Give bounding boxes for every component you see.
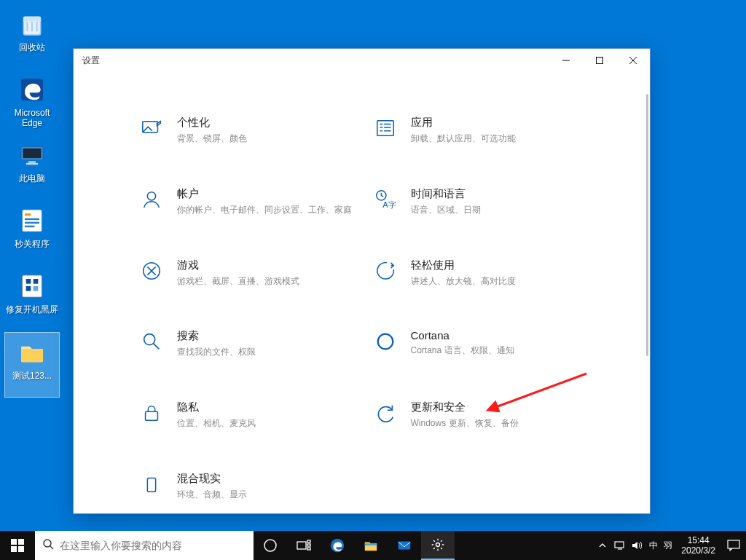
- settings-content[interactable]: 个性化背景、锁屏、颜色 应用卸载、默认应用、可选功能 帐户你的帐户、电子邮件、同…: [74, 72, 650, 513]
- category-sub: 你的帐户、电子邮件、同步设置、工作、家庭: [177, 204, 352, 216]
- category-title: 混合现实: [177, 472, 247, 486]
- settings-grid: 个性化背景、锁屏、颜色 应用卸载、默认应用、可选功能 帐户你的帐户、电子邮件、同…: [74, 72, 650, 513]
- time-language-icon: A字: [373, 187, 398, 212]
- category-cortana[interactable]: CortanaCortana 语言、权限、通知: [373, 329, 606, 358]
- category-title: 个性化: [177, 116, 247, 130]
- taskbar-explorer[interactable]: [354, 531, 388, 560]
- tray-chevron-up[interactable]: [594, 531, 611, 560]
- svg-rect-37: [307, 544, 310, 546]
- category-gaming[interactable]: 游戏游戏栏、截屏、直播、游戏模式: [139, 259, 372, 288]
- desktop-icon-shutdown-app[interactable]: 秒关程序: [4, 201, 60, 267]
- task-view-button[interactable]: [287, 531, 321, 560]
- ime-indicator-2[interactable]: 羽: [661, 531, 675, 560]
- svg-text:A字: A字: [382, 200, 396, 209]
- cortana-category-icon: [373, 329, 398, 354]
- apps-icon: [373, 116, 398, 141]
- svg-rect-32: [18, 546, 24, 552]
- recycle-bin-icon: [17, 9, 47, 39]
- svg-rect-10: [25, 222, 39, 224]
- category-accounts[interactable]: 帐户你的帐户、电子邮件、同步设置、工作、家庭: [139, 187, 372, 216]
- taskbar-settings[interactable]: [421, 531, 455, 560]
- svg-rect-31: [11, 546, 17, 552]
- svg-point-33: [44, 540, 51, 547]
- fix-black-icon: [17, 271, 47, 301]
- minimize-button[interactable]: [549, 49, 583, 72]
- svg-point-34: [264, 540, 276, 551]
- category-title: 搜索: [177, 329, 256, 343]
- svg-rect-16: [34, 286, 39, 291]
- gaming-icon: [139, 259, 164, 283]
- window-controls: [549, 49, 650, 72]
- desktop-icons: 回收站 Microsoft Edge 此电脑 秒关程序 修复开机黑屏: [4, 4, 60, 398]
- accounts-icon: [139, 187, 164, 212]
- category-mixed-reality[interactable]: 混合现实环境、音频、显示: [139, 472, 372, 501]
- desktop: 回收站 Microsoft Edge 此电脑 秒关程序 修复开机黑屏: [0, 0, 746, 560]
- taskbar-search-input[interactable]: [60, 540, 246, 551]
- svg-rect-1: [23, 17, 40, 22]
- category-title: 时间和语言: [411, 187, 481, 201]
- taskbar-search[interactable]: [35, 531, 254, 560]
- taskbar-clock[interactable]: 15:44 2020/3/2: [675, 535, 721, 556]
- taskbar: 中 羽 15:44 2020/3/2: [0, 531, 746, 560]
- start-button[interactable]: [0, 531, 35, 560]
- svg-rect-35: [297, 542, 306, 549]
- category-sub: 讲述人、放大镜、高对比度: [411, 275, 516, 288]
- desktop-icon-label: 此电脑: [19, 173, 45, 184]
- desktop-icon-label: 秒关程序: [15, 239, 50, 249]
- mixed-reality-icon: [139, 472, 164, 497]
- desktop-icon-label: 测试123...: [12, 371, 52, 381]
- close-button[interactable]: [616, 49, 650, 72]
- svg-rect-7: [23, 210, 42, 232]
- category-title: 更新和安全: [411, 401, 519, 414]
- desktop-icon-test-folder[interactable]: 测试123...: [4, 332, 60, 398]
- action-center-button[interactable]: [721, 531, 746, 560]
- svg-point-20: [147, 192, 155, 200]
- category-time-language[interactable]: A字 时间和语言语音、区域、日期: [373, 187, 606, 216]
- svg-rect-30: [18, 539, 24, 545]
- svg-rect-12: [23, 275, 42, 297]
- folder-icon: [17, 337, 47, 368]
- desktop-icon-edge[interactable]: Microsoft Edge: [4, 70, 60, 135]
- category-search[interactable]: 搜索查找我的文件、权限: [139, 329, 372, 358]
- category-privacy[interactable]: 隐私位置、相机、麦克风: [139, 401, 372, 430]
- shutdown-app-icon: [17, 205, 47, 236]
- titlebar[interactable]: 设置: [74, 49, 650, 72]
- svg-rect-26: [146, 411, 158, 420]
- ime-indicator[interactable]: 中: [646, 531, 661, 560]
- edge-icon: [17, 74, 47, 105]
- svg-point-25: [377, 334, 393, 350]
- svg-point-24: [144, 334, 155, 345]
- tray-network-icon[interactable]: [611, 531, 629, 560]
- category-sub: 环境、音频、显示: [177, 489, 247, 501]
- svg-rect-8: [25, 213, 31, 216]
- privacy-icon: [139, 401, 164, 425]
- window-title: 设置: [82, 55, 100, 67]
- svg-rect-14: [34, 279, 39, 284]
- category-title: 隐私: [177, 401, 256, 414]
- cortana-button[interactable]: [254, 531, 287, 560]
- desktop-icon-recycle-bin[interactable]: 回收站: [4, 4, 60, 70]
- category-title: 帐户: [177, 187, 352, 201]
- category-personalization[interactable]: 个性化背景、锁屏、颜色: [139, 116, 372, 145]
- desktop-icon-fix-black[interactable]: 修复开机黑屏: [4, 267, 60, 332]
- scrollbar[interactable]: [646, 94, 648, 356]
- svg-rect-13: [26, 279, 31, 284]
- category-ease-of-access[interactable]: 轻松使用讲述人、放大镜、高对比度: [373, 259, 606, 288]
- category-sub: 位置、相机、麦克风: [177, 417, 256, 430]
- svg-rect-27: [147, 478, 155, 492]
- taskbar-edge[interactable]: [321, 531, 354, 560]
- svg-rect-15: [26, 286, 31, 291]
- desktop-icon-label: 修复开机黑屏: [6, 304, 58, 315]
- tray-volume-icon[interactable]: [629, 531, 646, 560]
- taskbar-mail[interactable]: [388, 531, 421, 560]
- category-update-security[interactable]: 更新和安全Windows 更新、恢复、备份: [373, 401, 606, 430]
- category-sub: 语音、区域、日期: [411, 204, 481, 216]
- category-title: 轻松使用: [411, 259, 516, 272]
- desktop-icon-this-pc[interactable]: 此电脑: [4, 135, 60, 201]
- category-apps[interactable]: 应用卸载、默认应用、可选功能: [373, 116, 606, 145]
- category-title: Cortana: [411, 329, 514, 342]
- maximize-button[interactable]: [583, 49, 616, 72]
- svg-rect-5: [28, 161, 36, 163]
- svg-rect-4: [23, 149, 42, 158]
- search-icon: [42, 538, 54, 553]
